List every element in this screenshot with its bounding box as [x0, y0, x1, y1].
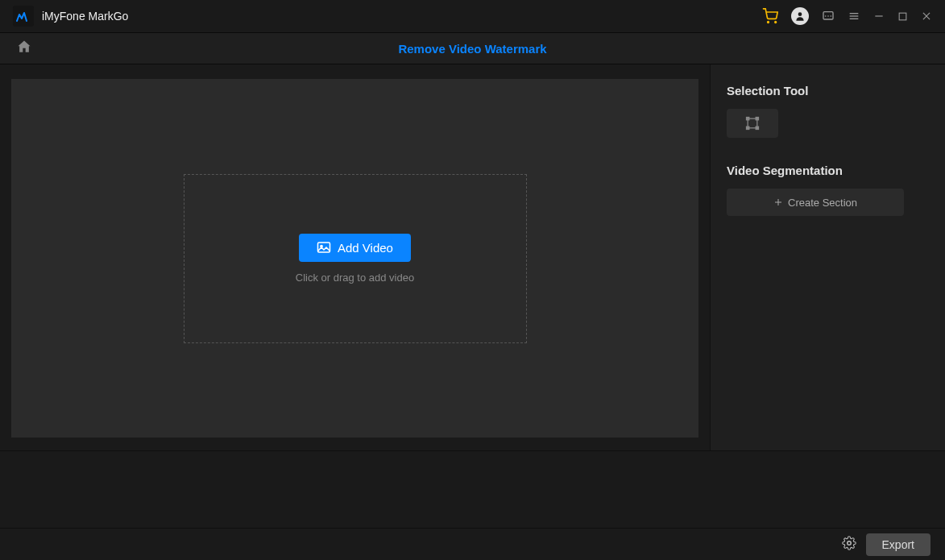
- footer-bar: Export: [0, 528, 945, 560]
- plus-icon: [773, 197, 783, 207]
- svg-rect-19: [747, 127, 749, 129]
- svg-point-1: [775, 22, 777, 23]
- rectangle-select-tool[interactable]: [727, 109, 778, 138]
- video-dropzone[interactable]: Add Video Click or drag to add video: [184, 174, 527, 343]
- settings-icon[interactable]: [842, 536, 856, 554]
- title-left: iMyFone MarkGo: [13, 6, 128, 27]
- svg-rect-14: [318, 243, 330, 252]
- image-icon: [317, 241, 331, 254]
- page-title: Remove Video Watermark: [398, 42, 546, 56]
- header-bar: Remove Video Watermark: [0, 32, 945, 64]
- maximize-icon[interactable]: [897, 11, 908, 22]
- rectangle-icon: [744, 115, 761, 131]
- feedback-icon[interactable]: [822, 10, 835, 23]
- title-bar: iMyFone MarkGo: [0, 0, 945, 32]
- main-area: Add Video Click or drag to add video Sel…: [0, 64, 945, 450]
- video-canvas: Add Video Click or drag to add video: [11, 79, 698, 438]
- svg-rect-17: [747, 118, 749, 120]
- app-logo: [13, 6, 34, 27]
- svg-point-2: [798, 12, 802, 16]
- home-icon[interactable]: [16, 39, 32, 58]
- app-title: iMyFone MarkGo: [42, 10, 128, 23]
- close-icon[interactable]: [921, 10, 932, 22]
- menu-icon[interactable]: [848, 10, 860, 23]
- timeline-area: [0, 450, 945, 528]
- svg-point-0: [768, 22, 769, 23]
- dropzone-hint: Click or drag to add video: [296, 272, 414, 284]
- svg-rect-20: [756, 127, 758, 129]
- minimize-icon[interactable]: [873, 10, 885, 22]
- cart-icon[interactable]: [762, 8, 778, 24]
- user-icon[interactable]: [791, 7, 809, 25]
- add-video-label: Add Video: [338, 241, 393, 255]
- add-video-button[interactable]: Add Video: [299, 234, 411, 262]
- video-segmentation-title: Video Segmentation: [727, 164, 929, 177]
- create-section-button[interactable]: Create Section: [727, 189, 904, 216]
- logo-icon: [16, 10, 31, 22]
- svg-rect-11: [899, 13, 906, 20]
- title-right: [762, 7, 932, 25]
- selection-tool-title: Selection Tool: [727, 84, 929, 97]
- svg-rect-18: [756, 118, 758, 120]
- video-panel: Add Video Click or drag to add video: [0, 64, 710, 450]
- create-section-label: Create Section: [788, 197, 857, 209]
- right-panel: Selection Tool Video Segmentation Create…: [710, 64, 945, 450]
- export-button[interactable]: Export: [866, 533, 930, 556]
